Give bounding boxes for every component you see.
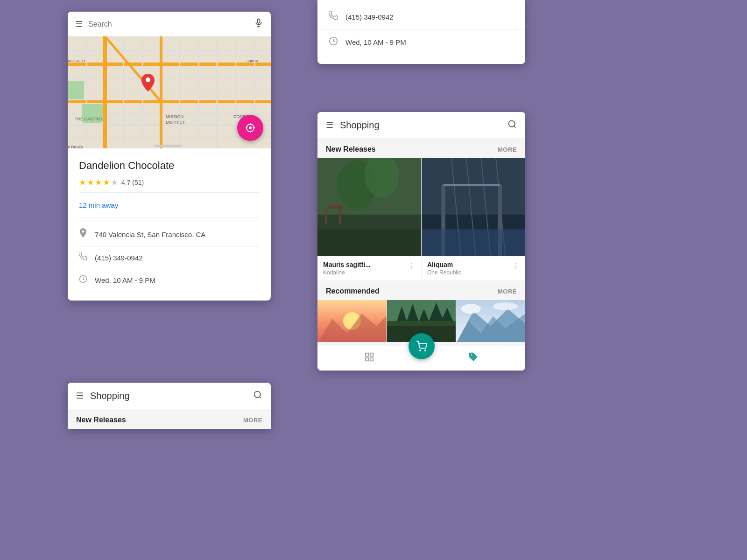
rating-row: ★★★★★ 4.7 (51) [79,177,260,188]
phone-row-maps: (415) 349-0942 [79,247,260,269]
svg-point-79 [461,304,481,314]
phone-text: (415) 349-0942 [345,13,394,21]
svg-point-36 [146,77,150,82]
shopping-search-icon[interactable] [507,119,517,131]
product-thumb-1[interactable] [317,158,421,256]
rec-thumb-1[interactable] [317,300,387,342]
divider-2 [79,217,260,218]
grid-nav-icon[interactable] [364,352,374,365]
hours-text: Wed, 10 AM - 9 PM [345,38,406,46]
recommended-more[interactable]: MORE [498,288,517,295]
new-releases-title: New Releases [326,145,376,154]
svg-text:THE CASTRO: THE CASTRO [75,117,102,121]
cart-fab-button[interactable] [409,333,435,359]
phone-row: (415) 349-0942 [317,5,525,29]
clock-icon-maps [79,275,87,286]
more-options-icon-2[interactable]: ⋮ [512,261,520,271]
location-fab-button[interactable] [237,115,263,141]
stars-filled: ★★★★★ [79,177,119,188]
new-releases-section: New Releases MORE [317,139,525,158]
new-releases-small-section: New Releases MORE [68,409,271,429]
new-releases-small-title: New Releases [76,416,126,424]
new-releases-more[interactable]: MORE [498,146,517,153]
product-artist-2: One Republic [427,269,461,276]
shopping-header-large: ☰ Shopping [317,112,525,139]
product-grid: Mauris sagitti... Kodaline ⋮ [317,158,525,280]
product-info-2: Aliquam One Republic ⋮ [422,256,525,280]
place-name: Dandelion Chocolate [79,160,260,172]
address-row: 740 Valencia St, San Francisco, CA [79,223,260,247]
hamburger-menu-icon[interactable]: ☰ [75,19,83,29]
product-info-1: Mauris sagitti... Kodaline ⋮ [317,256,421,280]
svg-rect-54 [317,230,421,256]
search-input[interactable] [88,20,248,28]
hours-row-maps: Wed, 10 AM - 9 PM [79,269,260,291]
rec-thumb-3[interactable] [456,300,525,342]
svg-text:ASHBURY: ASHBURY [68,59,86,63]
svg-rect-84 [370,358,373,361]
maps-card: ☰ [68,12,271,301]
svg-rect-37 [154,145,182,147]
svg-rect-1 [258,19,260,23]
svg-rect-24 [68,81,84,99]
divider-1 [79,192,260,193]
shopping-title-large: Shopping [340,120,501,131]
svg-point-88 [254,392,261,398]
shopping-card-large: ☰ Shopping New Releases MORE [317,112,525,371]
product-name-1: Mauris sagitti... [323,261,371,268]
product-details-1: Mauris sagitti... Kodaline [323,261,371,276]
rec-item-1[interactable] [317,300,387,342]
recommended-header: Recommended MORE [317,280,525,300]
product-name-2: Aliquam [427,261,461,268]
place-info-section: Dandelion Chocolate ★★★★★ 4.7 (51) 12 mi… [68,148,271,301]
location-icon [79,228,87,241]
more-options-icon-1[interactable]: ⋮ [408,261,416,271]
svg-point-80 [493,302,518,310]
hours-row: Wed, 10 AM - 9 PM [317,29,525,55]
svg-rect-49 [327,205,342,209]
phone-text-maps: (415) 349-0942 [95,254,143,262]
rating-number: 4.7 (51) [121,179,144,186]
distance-text[interactable]: 12 min away [79,197,260,213]
svg-rect-50 [325,209,327,224]
maps-search-bar: ☰ [68,12,271,36]
svg-line-89 [260,397,261,399]
product-details-2: Aliquam One Republic [427,261,461,276]
clock-icon [329,36,338,48]
svg-point-45 [509,121,515,127]
address-text: 740 Valencia St, San Francisco, CA [95,231,205,238]
hours-text-maps: Wed, 10 AM - 9 PM [95,276,155,284]
tag-nav-icon[interactable] [468,352,479,365]
svg-rect-83 [366,358,368,361]
product-item-1: Mauris sagitti... Kodaline ⋮ [317,158,422,280]
recommended-title: Recommended [326,287,380,295]
new-releases-small-more[interactable]: MORE [243,417,262,424]
bottom-nav [317,346,525,371]
svg-point-39 [249,126,252,129]
svg-rect-82 [370,353,373,356]
shopping-search-small-icon[interactable] [253,390,262,401]
svg-rect-51 [338,209,341,224]
svg-point-86 [425,350,426,351]
svg-text:MISSION: MISSION [166,114,183,119]
product-thumb-2[interactable] [422,158,525,256]
rec-item-3[interactable] [456,300,525,342]
phone-icon-maps [79,252,87,263]
svg-rect-64 [422,230,525,256]
map-area[interactable]: THE CASTRO MISSION DISTRICT DOGPA n Peak… [68,36,271,148]
svg-rect-81 [366,353,368,356]
product-artist-1: Kodaline [323,269,371,276]
shopping-title-small: Shopping [90,391,247,401]
svg-text:24th St: 24th St [247,59,258,63]
phone-icon [329,11,338,23]
shopping-hamburger-icon[interactable]: ☰ [326,120,333,130]
product-item-2: Aliquam One Republic ⋮ [422,158,525,280]
shopping-header-small: ☰ Shopping [68,383,271,409]
shopping-hamburger-small-icon[interactable]: ☰ [76,391,84,401]
svg-point-85 [420,350,421,351]
svg-line-46 [514,126,516,128]
svg-text:DISTRICT: DISTRICT [166,120,185,125]
shopping-card-small: ☰ Shopping New Releases MORE [68,383,271,429]
microphone-icon[interactable] [254,18,263,30]
top-right-contact-card: (415) 349-0942 Wed, 10 AM - 9 PM [317,0,525,64]
